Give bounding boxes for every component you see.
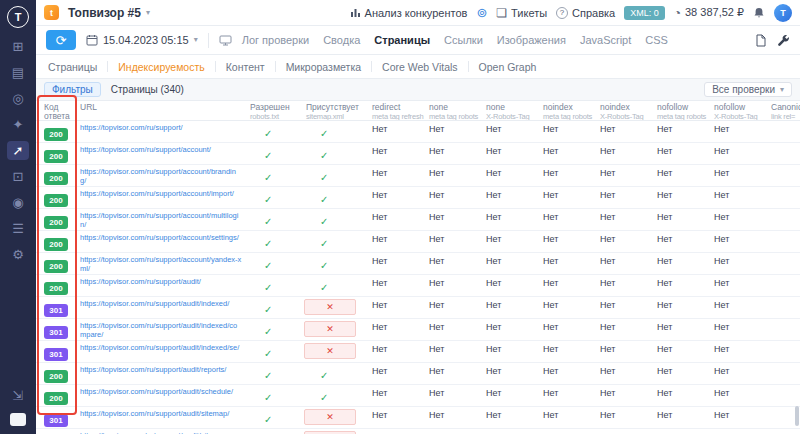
table-row: 200https://topvisor.com/ru/support/audit… — [36, 385, 800, 407]
tab-Ссылки[interactable]: Ссылки — [444, 34, 483, 46]
subtab-Core Web Vitals[interactable]: Core Web Vitals — [382, 61, 457, 73]
export-report-icon[interactable] — [755, 34, 767, 47]
check-icon: ✓ — [264, 413, 272, 426]
url-link[interactable]: https://topvisor.com/ru/support/account/ — [80, 145, 242, 154]
check-icon: ✓ — [264, 259, 272, 272]
subtab-Микроразметка[interactable]: Микроразметка — [286, 61, 361, 73]
url-link[interactable]: https://topvisor.com/ru/support/account/… — [80, 255, 242, 273]
robots-txt-cell: ✓ — [246, 275, 302, 296]
device-monitor-icon[interactable] — [219, 35, 232, 46]
directive-cell: Нет — [425, 275, 482, 289]
tab-CSS[interactable]: CSS — [645, 34, 668, 46]
tab-Лог проверки[interactable]: Лог проверки — [242, 34, 310, 46]
wrench-icon[interactable] — [777, 34, 790, 47]
directive-cell: Нет — [368, 297, 425, 311]
pages-table: Код ответаURLРазрешенrobots.txtПрисутств… — [36, 101, 800, 434]
directive-cell: Нет — [539, 385, 596, 399]
sitemap-cell: ✓ — [302, 187, 368, 208]
check-icon: ✓ — [264, 149, 272, 162]
tab-Изображения[interactable]: Изображения — [497, 34, 566, 46]
url-link[interactable]: https://topvisor.com/ru/support/account/… — [80, 233, 242, 242]
subtab-Контент[interactable]: Контент — [226, 61, 265, 73]
directive-cell: Нет — [539, 429, 596, 434]
subtab-Open Graph[interactable]: Open Graph — [479, 61, 537, 73]
column-header: noindexX-Robots-Tag — [596, 103, 653, 120]
directive-cell: Нет — [368, 187, 425, 201]
check-icon: ✓ — [320, 127, 328, 140]
bell-icon[interactable] — [753, 7, 765, 19]
vertical-scrollbar-thumb[interactable] — [795, 406, 799, 426]
status-code-badge: 200 — [44, 282, 68, 295]
checks-dropdown[interactable]: Все проверки ▾ — [704, 82, 792, 97]
snippets-icon[interactable]: ⊡ — [7, 167, 29, 186]
directive-cell: Нет — [710, 275, 767, 289]
sidebar-toggle[interactable] — [10, 413, 26, 426]
directive-cell: Нет — [482, 209, 539, 223]
subtab-Страницы[interactable]: Страницы — [48, 61, 97, 73]
tickets-link[interactable]: ❏ Тикеты — [496, 7, 547, 19]
balance[interactable]: ◔ 38 387,52 ₽ — [674, 6, 744, 19]
url-link[interactable]: https://topvisor.com/ru/support/account/… — [80, 167, 242, 185]
status-code-badge: 200 — [44, 238, 68, 251]
project-selector[interactable]: Топвизор #5 ▾ — [68, 6, 150, 20]
positions-icon[interactable]: ◎ — [7, 89, 29, 108]
column-header: URL — [78, 103, 246, 120]
tab-Страницы[interactable]: Страницы — [374, 34, 430, 46]
ideas-icon[interactable]: ✦ — [7, 115, 29, 134]
check-icon: ✓ — [264, 171, 272, 184]
users-icon[interactable]: ◉ — [7, 193, 29, 212]
table-row: 200https://topvisor.com/ru/support/audit… — [36, 363, 800, 385]
url-link[interactable]: https://topvisor.com/ru/support/audit/in… — [80, 343, 242, 352]
directive-cell: Нет — [482, 275, 539, 289]
sitemap-cell: ✓ — [302, 385, 368, 406]
directive-cell: Нет — [653, 231, 710, 245]
sidebar-bottom: ⇲ — [7, 386, 29, 434]
check-icon: ✓ — [320, 369, 328, 382]
check-icon: ✓ — [320, 391, 328, 404]
robots-txt-cell: ✓ — [246, 187, 302, 208]
lifebuoy-icon[interactable]: ⊚ — [476, 6, 487, 19]
directive-cell: Нет — [539, 253, 596, 267]
url-link[interactable]: https://topvisor.com/ru/support/audit/in… — [80, 321, 242, 339]
check-icon: ✓ — [264, 325, 272, 338]
directive-cell: Нет — [539, 121, 596, 135]
competitors-link[interactable]: Анализ конкурентов — [350, 7, 468, 19]
url-link[interactable]: https://topvisor.com/ru/support/audit/si… — [80, 409, 242, 418]
settings-gear-icon[interactable]: ⚙ — [7, 245, 29, 264]
user-avatar[interactable]: T — [774, 4, 792, 22]
filters-button[interactable]: Фильтры — [44, 82, 101, 97]
table-row: 200https://topvisor.com/ru/support/audit… — [36, 275, 800, 297]
subtab-Индексируемость[interactable]: Индексируемость — [118, 61, 204, 73]
projects-icon[interactable]: ▤ — [7, 63, 29, 82]
directive-cell: Нет — [425, 165, 482, 179]
dashboard-icon[interactable]: ⊞ — [7, 37, 29, 56]
directive-cell: Нет — [482, 253, 539, 267]
help-link[interactable]: ? Справка — [556, 7, 615, 19]
tasks-icon[interactable]: ☰ — [7, 219, 29, 238]
url-link[interactable]: https://topvisor.com/ru/support/audit/sc… — [80, 387, 242, 396]
url-link[interactable]: https://topvisor.com/ru/support/account/… — [80, 211, 242, 229]
topvisor-logo-icon[interactable]: Т — [7, 6, 29, 28]
audit-icon[interactable]: ➚ — [7, 141, 29, 160]
expand-sidebar-icon[interactable]: ⇲ — [7, 386, 29, 405]
directive-cell: Нет — [653, 209, 710, 223]
date-selector[interactable]: 15.04.2023 05:15 ▾ — [86, 34, 198, 46]
directive-cell: Нет — [710, 231, 767, 245]
cross-box: ✕ — [304, 299, 356, 315]
directive-cell: Нет — [710, 429, 767, 434]
directive-cell: Нет — [482, 121, 539, 135]
ticket-icon: ❏ — [496, 7, 507, 19]
status-code-badge: 200 — [44, 392, 68, 405]
app-logo-icon[interactable]: t — [44, 5, 59, 20]
status-code-badge: 301 — [44, 326, 68, 339]
xml-limits-badge[interactable]: XML: 0 — [624, 6, 665, 20]
tab-Сводка[interactable]: Сводка — [323, 34, 360, 46]
url-link[interactable]: https://topvisor.com/ru/support/ — [80, 123, 242, 132]
url-link[interactable]: https://topvisor.com/ru/support/audit/re… — [80, 365, 242, 374]
tab-JavaScript[interactable]: JavaScript — [580, 34, 631, 46]
separator — [215, 61, 216, 72]
url-link[interactable]: https://topvisor.com/ru/support/audit/ — [80, 277, 242, 286]
refresh-button[interactable]: ⟳ — [46, 30, 76, 50]
url-link[interactable]: https://topvisor.com/ru/support/audit/in… — [80, 299, 242, 308]
url-link[interactable]: https://topvisor.com/ru/support/account/… — [80, 189, 242, 198]
